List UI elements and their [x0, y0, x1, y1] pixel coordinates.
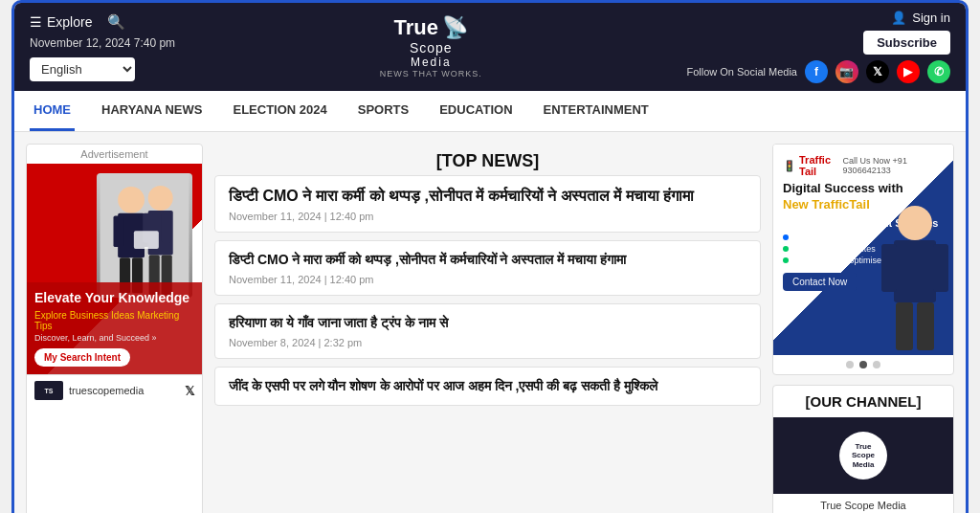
right-ad-person: [877, 202, 953, 355]
dot-3: [783, 257, 789, 263]
bottom-social-bar: TS truescopemedia 𝕏: [27, 374, 202, 406]
channel-thumbnail[interactable]: TrueScopeMedia: [773, 417, 953, 494]
top-news-header: [TOP NEWS]: [214, 144, 761, 175]
svg-rect-13: [134, 231, 159, 249]
instagram-icon[interactable]: 📷: [835, 60, 858, 83]
social-row: Follow On Social Media f 📷 𝕏 ▶ ✆: [686, 60, 950, 83]
twitter-icon[interactable]: 𝕏: [866, 60, 889, 83]
x-social-icon[interactable]: 𝕏: [185, 384, 194, 398]
ad-dots: [773, 355, 953, 374]
svg-rect-17: [933, 244, 948, 292]
datetime: November 12, 2024 7:40 pm: [30, 36, 175, 50]
top-bar-right: 👤 Sign in Subscribe Follow On Social Med…: [686, 11, 950, 83]
brand-name: Traffic Tail: [799, 154, 843, 177]
svg-rect-16: [881, 244, 897, 292]
signin-row[interactable]: 👤 Sign in: [891, 11, 950, 25]
news-meta-2: November 11, 2024 | 12:40 pm: [229, 274, 746, 285]
news-title-2: डिप्टी CMO ने मारा कर्मी को थप्पड़ ,सोनी…: [229, 251, 746, 270]
ad-people-image: [97, 173, 192, 298]
news-title-1: डिप्टी CMO ने मारा कर्मी को थप्पड़ ,सोनी…: [229, 186, 746, 207]
svg-rect-3: [114, 216, 124, 247]
news-title-3: हरियाणा का ये गाँव जाना जाता है ट्रंप के…: [229, 314, 746, 333]
call-now: Call Us Now +91 9306642133: [843, 156, 944, 175]
user-icon: 👤: [891, 11, 906, 25]
nav-entertainment[interactable]: ENTERTAINMENT: [540, 91, 653, 131]
dot-2: [783, 246, 789, 252]
logo-center: True 📡 Scope Media NEWS THAT WORKS.: [380, 15, 482, 78]
top-bar: ☰ Explore 🔍 November 12, 2024 7:40 pm En…: [14, 3, 966, 91]
logo-wifi-icon: 📡: [442, 15, 468, 40]
ad-subtext: Explore Business Ideas Marketing Tips: [34, 310, 194, 331]
traffic-tail-icon: 🚦: [783, 160, 796, 172]
search-icon[interactable]: 🔍: [107, 13, 125, 31]
left-ad: Advertisement: [26, 144, 203, 513]
our-channel-box: [OUR CHANNEL] TrueScopeMedia True Scope …: [772, 385, 954, 513]
follow-label: Follow On Social Media: [686, 66, 797, 78]
right-ad-box: 🚦 Traffic Tail Call Us Now +91 930664213…: [772, 144, 954, 375]
svg-rect-19: [917, 302, 934, 350]
dot-slide-1[interactable]: [846, 361, 854, 368]
youtube-icon[interactable]: ▶: [897, 60, 920, 83]
svg-point-7: [148, 186, 173, 211]
facebook-icon[interactable]: f: [805, 60, 828, 83]
ad-image: Elevate Your Knowledge Explore Business …: [27, 164, 202, 374]
point-label-3: Search engine optimised: [791, 256, 886, 265]
language-select[interactable]: English Hindi: [30, 57, 135, 81]
svg-rect-18: [896, 302, 913, 350]
channel-logo-text: TrueScopeMedia: [852, 442, 875, 470]
subscribe-button[interactable]: Subscribe: [863, 31, 950, 55]
channel-header: [OUR CHANNEL]: [773, 386, 953, 417]
explore-button[interactable]: ☰ Explore: [30, 14, 92, 30]
svg-rect-10: [162, 213, 171, 243]
news-card-4[interactable]: जींद के एसपी पर लगे यौन शोषण के आरोपों प…: [214, 367, 761, 407]
right-col: 🚦 Traffic Tail Call Us Now +91 930664213…: [772, 144, 954, 513]
ad-description: Discover, Learn, and Succeed »: [34, 333, 194, 343]
news-card-1[interactable]: डिप्टी CMO ने मारा कर्मी को थप्पड़ ,सोनी…: [214, 175, 761, 233]
svg-rect-15: [894, 240, 936, 302]
nav-home[interactable]: HOME: [30, 91, 75, 131]
logo-tagline: NEWS THAT WORKS.: [380, 69, 482, 78]
dot-1: [783, 234, 789, 240]
nav-bar: HOME HARYANA NEWS ELECTION 2024 SPORTS E…: [14, 91, 966, 132]
top-bar-left: ☰ Explore 🔍 November 12, 2024 7:40 pm En…: [30, 13, 175, 81]
explore-label: Explore: [47, 14, 92, 30]
traffic-tail-logo: 🚦 Traffic Tail: [783, 154, 843, 177]
whatsapp-icon[interactable]: ✆: [927, 60, 950, 83]
logo-media: Media: [411, 56, 452, 69]
news-card-2[interactable]: डिप्टी CMO ने मारा कर्मी को थप्पड़ ,सोनी…: [214, 240, 761, 296]
ad-headline: Elevate Your Knowledge: [34, 290, 194, 306]
channel-label: True Scope Media: [773, 494, 953, 513]
social-name: truescopemedia: [69, 385, 144, 396]
nav-sports[interactable]: SPORTS: [354, 91, 412, 131]
dot-slide-3[interactable]: [873, 361, 880, 368]
bottom-logo: TS: [34, 381, 63, 400]
news-title-4: जींद के एसपी पर लगे यौन शोषण के आरोपों प…: [229, 377, 746, 396]
ad-text-overlay: Elevate Your Knowledge Explore Business …: [27, 282, 202, 374]
logo-true-text: True: [394, 15, 438, 40]
dot-slide-2[interactable]: [859, 361, 867, 368]
logo-scope: Scope: [410, 40, 453, 56]
news-meta-3: November 8, 2024 | 2:32 pm: [229, 337, 746, 348]
ad-label: Advertisement: [27, 145, 202, 164]
nav-election[interactable]: ELECTION 2024: [229, 91, 330, 131]
ad-cta-button[interactable]: My Search Intent: [34, 348, 130, 367]
channel-logo: TrueScopeMedia: [839, 432, 887, 480]
contact-button[interactable]: Contact Now: [783, 273, 857, 291]
point-label-2: CMS-Based Websites: [791, 244, 876, 254]
news-meta-1: November 11, 2024 | 12:40 pm: [229, 211, 746, 222]
traffic-tail-header: 🚦 Traffic Tail Call Us Now +91 930664213…: [783, 154, 944, 177]
nav-education[interactable]: EDUCATION: [435, 91, 516, 131]
svg-point-1: [118, 187, 145, 213]
browser-frame: ☰ Explore 🔍 November 12, 2024 7:40 pm En…: [11, 0, 969, 513]
headline1: Digital Success with: [783, 181, 903, 195]
right-ad-inner: 🚦 Traffic Tail Call Us Now +91 930664213…: [773, 145, 953, 355]
center-news: [TOP NEWS] डिप्टी CMO ने मारा कर्मी को थ…: [214, 144, 761, 513]
headline2: New TrafficTail: [783, 197, 870, 212]
main-content: Advertisement: [14, 132, 966, 513]
svg-point-14: [898, 206, 932, 240]
signin-label: Sign in: [912, 11, 950, 25]
point-label-1: Responsive Design: [791, 233, 866, 242]
nav-haryana[interactable]: HARYANA NEWS: [98, 91, 206, 131]
news-card-3[interactable]: हरियाणा का ये गाँव जाना जाता है ट्रंप के…: [214, 303, 761, 359]
menu-icon: ☰: [30, 14, 42, 30]
